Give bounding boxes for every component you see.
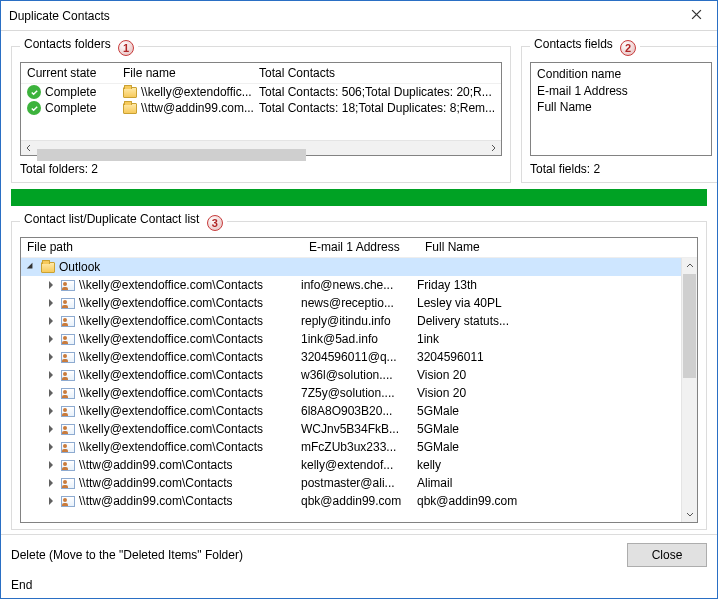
total-text: Total Contacts: 18;Total Duplicates: 8;R… — [259, 101, 495, 115]
close-button[interactable]: Close — [627, 543, 707, 567]
fields-list-header[interactable]: Condition name — [537, 66, 705, 82]
contact-list-group: Contact list/Duplicate Contact list 3 Fi… — [11, 212, 707, 530]
col-file-header[interactable]: File name — [123, 66, 259, 80]
dialog-window: Duplicate Contacts Contacts folders 1 Cu… — [0, 0, 718, 599]
contacts-fields-label: Contacts fields — [534, 37, 613, 51]
email-cell: reply@itindu.info — [301, 314, 417, 328]
col-email-header[interactable]: E-mail 1 Address — [309, 240, 425, 254]
contact-row[interactable]: \\ttw@addin99.com\Contactspostmaster@ali… — [21, 474, 697, 492]
folders-hscrollbar[interactable] — [21, 140, 501, 155]
contacts-folders-legend: Contacts folders 1 — [20, 37, 138, 56]
chevron-right-icon[interactable] — [49, 425, 53, 433]
folders-list-header: Current state File name Total Contacts — [21, 63, 501, 84]
contact-row[interactable]: \\kelly@extendoffice.com\ContactsmFcZUb3… — [21, 438, 697, 456]
contact-row[interactable]: \\kelly@extendoffice.com\Contacts6l8A8O9… — [21, 402, 697, 420]
col-name-header[interactable]: Full Name — [425, 240, 697, 254]
badge-1-icon: 1 — [118, 40, 134, 56]
email-cell: info@news.che... — [301, 278, 417, 292]
scroll-left-icon[interactable] — [21, 141, 37, 155]
chevron-right-icon[interactable] — [49, 353, 53, 361]
check-icon — [27, 85, 41, 99]
contact-row[interactable]: \\ttw@addin99.com\Contactsqbk@addin99.co… — [21, 492, 697, 510]
end-label: End — [1, 575, 717, 598]
check-icon — [27, 101, 41, 115]
col-path-header[interactable]: File path — [27, 240, 309, 254]
contact-icon — [61, 478, 75, 489]
folders-total: Total folders: 2 — [20, 162, 502, 176]
contact-list[interactable]: File path E-mail 1 Address Full Name Out… — [20, 237, 698, 523]
contact-icon — [61, 370, 75, 381]
hscroll-thumb[interactable] — [37, 149, 306, 161]
chevron-right-icon[interactable] — [49, 497, 53, 505]
progress-bar — [11, 189, 707, 206]
close-window-button[interactable] — [675, 2, 717, 30]
vscroll-thumb[interactable] — [683, 274, 696, 378]
name-cell: qbk@addin99.com — [417, 494, 697, 508]
contact-icon — [61, 298, 75, 309]
file-text: \\ttw@addin99.com... — [141, 101, 254, 115]
chevron-right-icon[interactable] — [49, 407, 53, 415]
name-cell: Vision 20 — [417, 368, 697, 382]
col-total-header[interactable]: Total Contacts — [259, 66, 495, 80]
email-cell: w36l@solution.... — [301, 368, 417, 382]
folders-row[interactable]: Complete\\ttw@addin99.com...Total Contac… — [27, 100, 501, 116]
path-cell: \\kelly@extendoffice.com\Contacts — [79, 368, 301, 382]
state-text: Complete — [45, 85, 96, 99]
fields-item[interactable]: Full Name — [537, 99, 705, 115]
name-cell: 5GMale — [417, 404, 697, 418]
chevron-right-icon[interactable] — [49, 461, 53, 469]
chevron-right-icon[interactable] — [49, 389, 53, 397]
chevron-right-icon[interactable] — [49, 371, 53, 379]
chevron-down-icon[interactable] — [27, 263, 35, 271]
chevron-right-icon[interactable] — [49, 443, 53, 451]
tree-root-label: Outlook — [59, 260, 341, 274]
contact-list-label: Contact list/Duplicate Contact list — [24, 212, 199, 226]
chevron-right-icon[interactable] — [49, 335, 53, 343]
folders-list[interactable]: Current state File name Total Contacts C… — [20, 62, 502, 156]
scroll-up-icon[interactable] — [682, 258, 697, 274]
name-cell: 1ink — [417, 332, 697, 346]
list-vscrollbar[interactable] — [681, 258, 697, 522]
fields-item[interactable]: E-mail 1 Address — [537, 83, 705, 99]
contact-row[interactable]: \\kelly@extendoffice.com\Contactsinfo@ne… — [21, 276, 697, 294]
scroll-down-icon[interactable] — [682, 506, 697, 522]
chevron-right-icon[interactable] — [49, 479, 53, 487]
col-state-header[interactable]: Current state — [27, 66, 123, 80]
fields-list[interactable]: Condition name E-mail 1 AddressFull Name — [530, 62, 712, 156]
folders-row[interactable]: Complete\\kelly@extendoffic...Total Cont… — [27, 84, 501, 100]
contact-icon — [61, 280, 75, 291]
chevron-right-icon[interactable] — [49, 299, 53, 307]
contact-row[interactable]: \\kelly@extendoffice.com\Contacts7Z5y@so… — [21, 384, 697, 402]
tree-root-row[interactable]: Outlook — [21, 258, 697, 276]
path-cell: \\ttw@addin99.com\Contacts — [79, 494, 301, 508]
contact-icon — [61, 316, 75, 327]
file-text: \\kelly@extendoffic... — [141, 85, 252, 99]
contact-icon — [61, 334, 75, 345]
chevron-right-icon[interactable] — [49, 317, 53, 325]
contact-row[interactable]: \\kelly@extendoffice.com\Contacts3204596… — [21, 348, 697, 366]
footer: Delete (Move to the "Deleted Items" Fold… — [1, 534, 717, 575]
path-cell: \\kelly@extendoffice.com\Contacts — [79, 332, 301, 346]
contact-icon — [61, 388, 75, 399]
contact-row[interactable]: \\kelly@extendoffice.com\Contacts1ink@5a… — [21, 330, 697, 348]
email-cell: news@receptio... — [301, 296, 417, 310]
email-cell: WCJnv5B34FkB... — [301, 422, 417, 436]
contact-row[interactable]: \\kelly@extendoffice.com\Contactsnews@re… — [21, 294, 697, 312]
name-cell: kelly — [417, 458, 697, 472]
contact-icon — [61, 442, 75, 453]
badge-3-icon: 3 — [207, 215, 223, 231]
email-cell: postmaster@ali... — [301, 476, 417, 490]
chevron-right-icon[interactable] — [49, 281, 53, 289]
contact-row[interactable]: \\kelly@extendoffice.com\Contactsw36l@so… — [21, 366, 697, 384]
name-cell: Vision 20 — [417, 386, 697, 400]
contact-row[interactable]: \\ttw@addin99.com\Contactskelly@extendof… — [21, 456, 697, 474]
path-cell: \\kelly@extendoffice.com\Contacts — [79, 296, 301, 310]
contact-row[interactable]: \\kelly@extendoffice.com\Contactsreply@i… — [21, 312, 697, 330]
scroll-right-icon[interactable] — [485, 141, 501, 155]
contacts-fields-legend: Contacts fields 2 — [530, 37, 640, 56]
delete-hint-label: Delete (Move to the "Deleted Items" Fold… — [11, 548, 627, 562]
total-text: Total Contacts: 506;Total Duplicates: 20… — [259, 85, 492, 99]
path-cell: \\kelly@extendoffice.com\Contacts — [79, 404, 301, 418]
contact-row[interactable]: \\kelly@extendoffice.com\ContactsWCJnv5B… — [21, 420, 697, 438]
path-cell: \\kelly@extendoffice.com\Contacts — [79, 350, 301, 364]
